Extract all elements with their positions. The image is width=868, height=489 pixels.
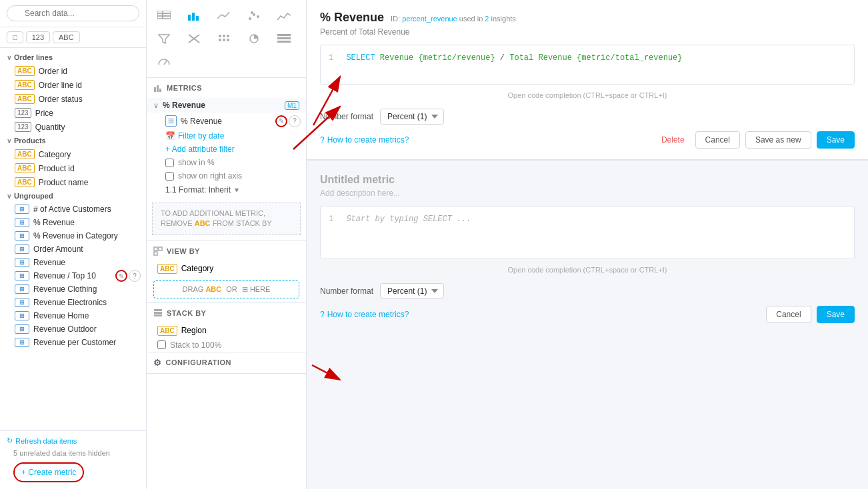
config-title[interactable]: ⚙ CONFIGURATION — [147, 352, 306, 373]
sidebar-item-order-status[interactable]: ABC Order status — [0, 92, 146, 106]
config-section: ⚙ CONFIGURATION — [147, 352, 306, 374]
sidebar-item-revenue-home[interactable]: ⊞ Revenue Home — [0, 309, 146, 322]
type-badge-123: 123 — [15, 122, 31, 132]
actions-row-2: ? How to create metrics? Cancel Save — [320, 306, 855, 323]
question-icon-2: ? — [320, 310, 325, 319]
metric-desc-new: Add description here... — [320, 189, 855, 198]
cancel-button-2[interactable]: Cancel — [766, 306, 811, 323]
sidebar-item-product-id[interactable]: ABC Product id — [0, 161, 146, 175]
gauge-icon[interactable] — [152, 51, 176, 72]
create-metric-button[interactable]: + Create metric — [13, 462, 84, 482]
type-badge-grid: ⊞ — [15, 311, 29, 320]
add-attribute-filter[interactable]: + Add attribute filter — [147, 143, 306, 156]
code-hint-2: Open code completion (CTRL+space or CTRL… — [320, 263, 855, 276]
stackby-title[interactable]: STACK BY — [147, 303, 306, 323]
refresh-data-items[interactable]: ↻ Refresh data items — [7, 435, 139, 446]
bar-chart-icon[interactable] — [182, 5, 206, 27]
format-dropdown-2[interactable]: Percent (1) Percent (0) Number Currency — [380, 283, 444, 299]
code-editor-2[interactable]: 1 Start by typing SELECT ... — [320, 206, 855, 259]
help-link-2[interactable]: ? How to create metrics? — [320, 310, 409, 319]
area-chart-icon[interactable] — [272, 5, 296, 27]
dot-grid-icon[interactable] — [212, 28, 236, 49]
sidebar-item-label: Product id — [39, 164, 75, 173]
sidebar-item-revenue[interactable]: ⊞ Revenue — [0, 256, 146, 269]
delete-button[interactable]: Delete — [656, 133, 690, 147]
help-link-1[interactable]: ? How to create metrics? — [320, 135, 409, 145]
show-right-axis-input[interactable] — [165, 172, 174, 181]
show-in-pct-checkbox[interactable]: show in % — [147, 156, 306, 169]
viewby-title[interactable]: VIEW BY — [147, 241, 306, 261]
metric-editor-2: Untitled metric Add description here... … — [307, 161, 868, 334]
sidebar-item-revenue-top10[interactable]: ⊞ Revenue / Top 10 ✎ ? — [0, 269, 146, 282]
x-icon[interactable] — [182, 28, 206, 49]
metric-help-icon[interactable]: ? — [289, 115, 301, 127]
save-as-new-button[interactable]: Save as new — [745, 131, 811, 149]
sidebar-item-pct-revenue[interactable]: ⊞ % Revenue — [0, 216, 146, 229]
type-badge-grid: ⊞ — [15, 218, 29, 227]
stack-100-input[interactable] — [157, 340, 166, 349]
svg-line-11 — [225, 12, 229, 17]
search-input[interactable] — [7, 5, 139, 21]
format-dropdown-1[interactable]: Percent (1) Percent (0) Number Currency — [380, 109, 444, 125]
svg-point-20 — [227, 35, 229, 37]
viewby-category[interactable]: ABC Category — [147, 261, 306, 276]
sidebar-item-quantity[interactable]: 123 Quantity — [0, 120, 146, 134]
format-row-right-2: Number format Percent (1) Percent (0) Nu… — [320, 283, 855, 299]
metric-sub-item[interactable]: ⊞ % Revenue ✎ ? — [147, 113, 306, 129]
type-badge-grid: ⊞ — [15, 258, 29, 267]
sidebar-item-revenue-outdoor[interactable]: ⊞ Revenue Outdoor — [0, 322, 146, 336]
show-pct-input[interactable] — [165, 159, 174, 167]
svg-rect-29 — [154, 87, 156, 92]
type-badge-123: 123 — [15, 108, 31, 118]
sidebar-item-category[interactable]: ABC Category — [0, 147, 146, 161]
sidebar-item-price[interactable]: 123 Price — [0, 106, 146, 120]
pie-icon[interactable] — [242, 28, 266, 49]
metrics-title[interactable]: METRICS — [147, 78, 306, 98]
funnel-icon[interactable] — [152, 28, 176, 49]
stack-region[interactable]: ABC Region — [147, 323, 306, 338]
svg-point-22 — [223, 39, 225, 41]
format-label-2: Number format — [320, 286, 373, 296]
help-icon[interactable]: ? — [129, 270, 141, 282]
sidebar-item-revenue-clothing[interactable]: ⊞ Revenue Clothing — [0, 282, 146, 296]
sidebar-item-product-name[interactable]: ABC Product name — [0, 175, 146, 189]
scatter-icon[interactable] — [242, 5, 266, 27]
format-row[interactable]: 1.1 Format: Inherit ▾ — [147, 183, 306, 197]
save-button-2[interactable]: Save — [817, 306, 855, 323]
sidebar-item-pct-revenue-category[interactable]: ⊞ % Revenue in Category — [0, 229, 146, 243]
sidebar-item-order-amount[interactable]: ⊞ Order Amount — [0, 243, 146, 256]
section-order-lines[interactable]: Order lines — [0, 51, 146, 64]
line-chart-icon[interactable] — [212, 5, 236, 27]
sidebar-item-order-id[interactable]: ABC Order id — [0, 64, 146, 78]
sidebar-item-active-customers[interactable]: ⊞ # of Active Customers — [0, 203, 146, 216]
metric-header[interactable]: ∨ % Revenue M1 — [147, 98, 306, 113]
svg-rect-5 — [163, 16, 171, 19]
viewby-item-label: Category — [181, 264, 214, 273]
svg-point-12 — [249, 17, 251, 20]
type-filter-123[interactable]: 123 — [26, 31, 50, 43]
type-filter-abc[interactable]: ABC — [53, 31, 80, 43]
stack-to-100-checkbox[interactable]: Stack to 100% — [147, 338, 306, 352]
svg-rect-33 — [159, 247, 162, 250]
list-icon[interactable] — [272, 28, 296, 49]
metric-edit-icon[interactable]: ✎ — [275, 115, 287, 127]
save-button-1[interactable]: Save — [817, 131, 855, 149]
sidebar-item-revenue-electronics[interactable]: ⊞ Revenue Electronics — [0, 296, 146, 309]
sidebar-item-order-line-id[interactable]: ABC Order line id — [0, 78, 146, 92]
cancel-button-1[interactable]: Cancel — [695, 131, 740, 149]
drag-here-zone[interactable]: DRAG ABC OR ⊞ HERE — [153, 280, 299, 298]
type-badge-abc: ABC — [15, 149, 35, 159]
sidebar-item-revenue-per-customer[interactable]: ⊞ Revenue per Customer — [0, 336, 146, 349]
table-icon[interactable] — [152, 5, 176, 27]
section-products[interactable]: Products — [0, 134, 146, 147]
sidebar-footer: ↻ Refresh data items 5 unrelated data it… — [0, 430, 146, 489]
right-panel: % Revenue ID: percent_revenue used in 2 … — [307, 0, 868, 489]
code-editor-1[interactable]: 1 SELECT Revenue {metric/revenue} / Tota… — [320, 45, 855, 85]
svg-rect-37 — [154, 309, 162, 311]
show-right-axis-checkbox[interactable]: show on right axis — [147, 169, 306, 183]
type-filter-all[interactable]: □ — [7, 31, 23, 43]
edit-icon[interactable]: ✎ — [115, 270, 127, 282]
section-ungrouped[interactable]: Ungrouped — [0, 189, 146, 203]
item-actions: ✎ ? — [115, 270, 141, 282]
filter-by-date[interactable]: 📅 Filter by date — [147, 129, 306, 143]
